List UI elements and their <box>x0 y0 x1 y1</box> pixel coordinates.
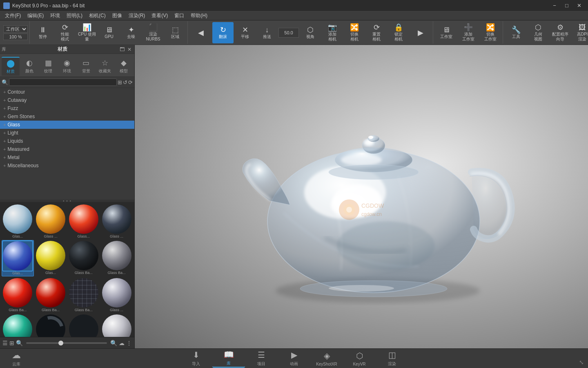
cat-misc[interactable]: +Miscellaneous <box>0 162 134 170</box>
search-small-icon[interactable]: 🔍 <box>16 340 23 346</box>
cpu-button[interactable]: 📊 CPU 使用量 <box>76 22 98 43</box>
zoom-in-icon[interactable]: 🔍 <box>110 340 117 346</box>
menu-item-[interactable]: 环境 <box>47 11 63 20</box>
tab-texture[interactable]: ▦ 纹理 <box>39 57 57 76</box>
pan-button[interactable]: ↻ 翻滚 <box>212 22 234 43</box>
switch-room-button[interactable]: 🔀 切换工作室 <box>480 22 501 43</box>
search-refresh-icon[interactable]: ⟳ <box>128 79 133 85</box>
thumb-glass-orange[interactable]: Glass ... <box>35 204 67 239</box>
tab-favorites[interactable]: ☆ 收藏夹 <box>96 57 114 76</box>
bot-render-button[interactable]: ◫ 渲染 <box>376 350 408 368</box>
expand-button[interactable]: ⤡ <box>579 359 584 366</box>
tab-bg[interactable]: ▭ 背景 <box>77 57 95 76</box>
cat-cutaway[interactable]: +Cutaway <box>0 96 134 104</box>
thumb-glass-blue[interactable]: Glas... <box>2 240 34 276</box>
cat-fuzz[interactable]: +Fuzz <box>0 104 134 112</box>
bot-library-button[interactable]: 📖 库 <box>212 350 245 368</box>
cat-liquids[interactable]: +Liquids <box>0 137 134 145</box>
slider-thumb[interactable] <box>58 341 63 346</box>
menu-item-v[interactable]: 查看(V) <box>148 11 171 20</box>
menu-item-c[interactable]: 相机(C) <box>86 11 109 20</box>
add-cam-button[interactable]: 📷 添加相机 <box>322 22 343 43</box>
menu-item-[interactable]: 图像 <box>109 11 125 20</box>
grid-view-icon[interactable]: ⊞ <box>9 340 14 346</box>
thumb-glass-smoke[interactable]: Glass ... <box>100 277 133 313</box>
search-filter-icon[interactable]: ⊞ <box>118 79 122 85</box>
tools-button[interactable]: 🔧 工具 <box>506 22 527 43</box>
switch-cam-button[interactable]: 🔀 切换相机 <box>344 22 365 43</box>
thumb-glass-ba4[interactable]: Glass Ba... <box>35 277 67 313</box>
prev-cam-button[interactable]: ◀ <box>190 22 212 43</box>
maximize-button[interactable]: □ <box>561 2 572 10</box>
thumb-glass-red1[interactable]: Glass... <box>68 204 100 239</box>
cat-glass[interactable]: +Glass <box>0 121 134 129</box>
bot-project-button[interactable]: ☰ 项目 <box>245 350 278 368</box>
workspace-btn[interactable]: 🖥 工作室 <box>436 22 457 43</box>
bot-animation-button[interactable]: ▶ 动画 <box>278 350 310 368</box>
menu-item-[interactable]: 窗口 <box>171 11 187 20</box>
cloud-upload-icon[interactable]: ☁ <box>119 340 125 346</box>
nurbs-button[interactable]: ⬛ 渲染NURBS <box>143 22 164 43</box>
push-button[interactable]: ↓ 推送 <box>256 22 278 43</box>
cat-gem-stones[interactable]: +Gem Stones <box>0 112 134 121</box>
panel-close-button[interactable]: ✕ <box>126 46 133 53</box>
tab-color[interactable]: ◐ 颜色 <box>20 57 38 76</box>
size-slider[interactable] <box>26 342 107 344</box>
bot-keyxr-button[interactable]: ◈ KeyShotXR <box>310 350 343 368</box>
list-view-icon[interactable]: ☰ <box>2 340 8 346</box>
close-button[interactable]: ✕ <box>573 2 585 10</box>
thumb-glass-ba2[interactable]: Glass Ba... <box>100 240 133 276</box>
denoise-button[interactable]: ✦ 去噪 <box>120 22 142 43</box>
hdpi-button[interactable]: 🖼 高DPI渲染 <box>572 22 588 43</box>
cloud-library-button[interactable]: ☁ 云库 <box>4 350 29 368</box>
thumb-glass-clear[interactable]: Glas... <box>2 204 34 239</box>
thumb-glass-ba1[interactable]: Glass Ba... <box>68 240 100 276</box>
workspace-dropdown[interactable]: 工作区 <box>3 25 28 33</box>
cat-metal[interactable]: +Metal <box>0 153 134 162</box>
menu-item-l[interactable]: 照明(L) <box>63 11 86 20</box>
perf-mode-button[interactable]: ⟳ 性能模式 <box>54 22 76 43</box>
menu-item-r[interactable]: 渲染(R) <box>125 11 149 20</box>
thumb-glass-teal[interactable]: Glass ... <box>2 314 34 337</box>
lock-cam-button[interactable]: 🔒 锁定相机 <box>388 22 409 43</box>
bot-keyvr-button[interactable]: ⬡ KeyVR <box>343 350 376 368</box>
config-wizard-button[interactable]: ⚙ 配置程序向导 <box>550 22 571 43</box>
angle-input[interactable] <box>278 28 299 38</box>
bot-import-button[interactable]: ⬇ 导入 <box>180 350 212 368</box>
thumb-glass-lig[interactable]: Glass Lig... <box>100 314 133 337</box>
menu-item-e[interactable]: 编辑(E) <box>24 11 47 20</box>
thumb-glass-ba3[interactable]: Glass Ba... <box>2 277 34 313</box>
pause-button[interactable]: ⏸ 暂停 <box>32 22 53 43</box>
thumb-glass-ba5[interactable]: Glass Ba... <box>68 277 100 313</box>
cat-measured[interactable]: +Measured <box>0 145 134 153</box>
panel-float-button[interactable]: 🗔 <box>119 46 125 53</box>
tab-material[interactable]: ⬤ 材质 <box>2 57 20 76</box>
view-button[interactable]: ⬡ 视角 <box>300 22 321 43</box>
tab-model[interactable]: ◆ 模型 <box>115 57 133 76</box>
cat-contour[interactable]: +Contour <box>0 88 134 96</box>
thumb-glass-yellow[interactable]: Glas... <box>35 240 67 276</box>
settings-icon[interactable]: ⋮ <box>126 340 132 346</box>
minimize-button[interactable]: − <box>549 2 560 10</box>
gpu-button[interactable]: 🖥 GPU <box>98 22 120 43</box>
zoom-input[interactable] <box>3 34 28 40</box>
menu-item-h[interactable]: 帮助(H) <box>187 11 211 20</box>
tab-env[interactable]: ◉ 环境 <box>58 57 76 76</box>
cloud-label: 云库 <box>12 361 20 367</box>
reset-cam-button[interactable]: ⟳ 重置相机 <box>366 22 387 43</box>
thumb-glass-dark1[interactable]: Glass ... <box>100 204 133 239</box>
search-reset-icon[interactable]: ↺ <box>123 79 127 85</box>
next-cam-button[interactable]: ▶ <box>410 22 431 43</box>
region-button[interactable]: ⬚ 区域 <box>165 22 186 43</box>
pan2-button[interactable]: ✕ 平移 <box>234 22 256 43</box>
cat-light[interactable]: +Light <box>0 129 134 137</box>
cat-plus-icon: + <box>3 90 6 94</box>
menu-item-f[interactable]: 文件(F) <box>2 11 24 20</box>
geo-view-button[interactable]: ⬡ 几何视图 <box>528 22 549 43</box>
thumb-glass-hea2[interactable]: Glass Hea... <box>68 314 100 337</box>
color-tab-label: 颜色 <box>25 68 33 74</box>
thumb-glass-hea1[interactable]: Glass Hea... <box>35 314 67 337</box>
add-room-button[interactable]: ➕ 添加工作室 <box>458 22 479 43</box>
viewport[interactable]: CGDOW cgdow.cn <box>135 45 588 348</box>
search-input[interactable] <box>9 79 117 86</box>
